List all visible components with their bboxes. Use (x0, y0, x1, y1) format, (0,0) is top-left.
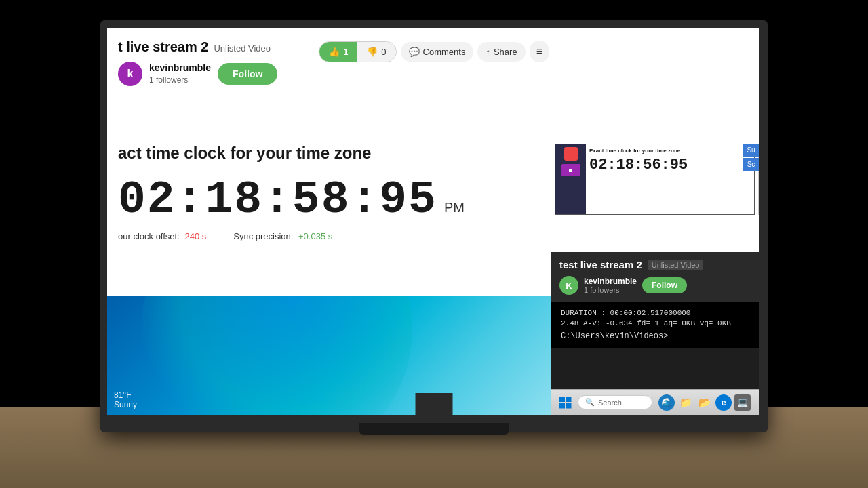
sync-value: +0.035 s (298, 231, 332, 241)
clock-time: 02:18:58:95 (118, 174, 437, 226)
offset-label: our clock offset: (118, 231, 180, 241)
followers-count: 1 followers (149, 75, 188, 85)
wallpaper-blob (111, 296, 443, 415)
taskbar-files-icon[interactable]: 📁 (677, 394, 694, 411)
channel-info: kevinbrumble 1 followers (149, 62, 211, 85)
search-icon: 🔍 (585, 398, 595, 407)
svg-rect-2 (559, 403, 565, 408)
stream-channel-name: kevinbrumble (584, 277, 637, 286)
thumb1-clock: 02:18:56:95 (589, 157, 751, 174)
weather-widget: 81°F Sunny (114, 390, 137, 409)
sidebar-su-buttons: Su Sc (743, 144, 760, 171)
like-button[interactable]: 👍 1 (319, 42, 357, 62)
stream-channel-info: kevinbrumble 1 followers (584, 277, 637, 294)
taskbar-icons-group: 🌊 📁 📂 e 💻 (658, 394, 751, 411)
sync-label: Sync precision: (233, 231, 293, 241)
thumb1-title: Exact time clock for your time zone (589, 148, 751, 154)
terminal-prompt: C:\Users\kevin\Videos> (561, 331, 760, 341)
taskbar-search-box[interactable]: 🔍 Search (578, 395, 652, 409)
sync-precision: Sync precision: +0.035 s (233, 231, 332, 241)
taskbar: 🔍 Search 🌊 📁 📂 e 💻 (551, 389, 760, 415)
main-page: t live stream 2 Unlisted Video k kevinbr… (107, 28, 555, 415)
stream-follow-button[interactable]: Follow (642, 277, 687, 293)
stream-followers: 1 followers (584, 286, 637, 294)
channel-row: k kevinbrumble 1 followers Follow (118, 62, 544, 86)
thumb2-suffix: · (759, 171, 760, 177)
su-btn-1[interactable]: Su (743, 144, 760, 157)
channel-avatar: k (118, 62, 142, 86)
offset-value: 240 s (184, 231, 206, 241)
comments-label: Comments (423, 47, 466, 57)
clock-meta: our clock offset: 240 s Sync precision: … (118, 231, 544, 241)
stream-title-row: test live stream 2 Unlisted Video (559, 259, 760, 270)
monitor-stand-neck (416, 393, 453, 424)
channel-name: kevinbrumble (149, 62, 211, 73)
stream-channel-row: K kevinbrumble 1 followers Follow 👍 1 + … (559, 276, 760, 295)
stream-title: test live stream 2 (559, 259, 642, 270)
comments-icon: 💬 (409, 47, 420, 57)
clock-section: act time clock for your time zone 02:18:… (107, 144, 555, 241)
taskbar-edge-icon[interactable]: e (715, 394, 732, 411)
svg-rect-0 (559, 396, 565, 402)
terminal-window: DURATION : 00:00:02.517000000 2.48 A-V: … (551, 302, 760, 348)
action-buttons: 👍 1 👎 0 💬 Comments ↑ Share ≡ (319, 41, 549, 62)
stream-info-bar: test live stream 2 Unlisted Video K kevi… (551, 252, 760, 302)
share-label: Share (494, 47, 517, 57)
monitor-stand-base (359, 423, 509, 435)
terminal-line-2: 2.48 A-V: -0.634 fd= 1 aq= 0KB vq= 0KB (561, 319, 760, 327)
thumbs-down-icon: 👎 (367, 47, 378, 57)
unlisted-badge: Unlisted Video (214, 43, 271, 54)
taskbar-app-icon[interactable]: 💻 (734, 394, 751, 411)
like-count: 1 (343, 47, 348, 57)
stream-avatar: K (559, 276, 578, 295)
clock-title: act time clock for your time zone (118, 144, 544, 163)
stream-unlisted-badge: Unlisted Video (648, 260, 704, 270)
menu-button[interactable]: ≡ (530, 41, 549, 62)
taskbar-waves-icon[interactable]: 🌊 (658, 394, 675, 411)
share-button[interactable]: ↑ Share (477, 42, 525, 62)
svg-rect-3 (566, 403, 572, 408)
windows-logo-icon (559, 396, 572, 409)
taskbar-folder-icon[interactable]: 📂 (696, 394, 713, 411)
clock-ampm: PM (444, 200, 465, 216)
thumbs-up-icon: 👍 (329, 47, 340, 57)
share-icon: ↑ (486, 47, 490, 57)
screen-area: t live stream 2 Unlisted Video k kevinbr… (107, 28, 760, 415)
like-dislike-group: 👍 1 👎 0 (319, 41, 396, 62)
clock-offset: our clock offset: 240 s (118, 231, 206, 241)
thumb1-sidebar: ⏹ (555, 144, 586, 214)
thumb1-main: Exact time clock for your time zone 02:1… (586, 144, 754, 214)
search-label: Search (598, 399, 622, 407)
clock-display-row: 02:18:58:95 PM (118, 174, 544, 226)
weather-temp: 81°F (114, 390, 137, 400)
start-button[interactable] (557, 394, 574, 411)
thumbnail-1: ⏹ Exact time clock for your time zone 02… (555, 144, 755, 215)
dislike-button[interactable]: 👎 0 (357, 42, 395, 62)
dislike-count: 0 (381, 47, 386, 57)
su-btn-2[interactable]: Sc (743, 158, 760, 171)
wallpaper-section: 81°F Sunny (107, 296, 555, 415)
weather-condition: Sunny (114, 400, 137, 409)
terminal-line-1: DURATION : 00:00:02.517000000 (561, 309, 760, 317)
svg-rect-1 (566, 396, 572, 402)
follow-button[interactable]: Follow (218, 63, 277, 85)
video-title: t live stream 2 (118, 39, 208, 55)
comments-button[interactable]: 💬 Comments (401, 42, 474, 62)
